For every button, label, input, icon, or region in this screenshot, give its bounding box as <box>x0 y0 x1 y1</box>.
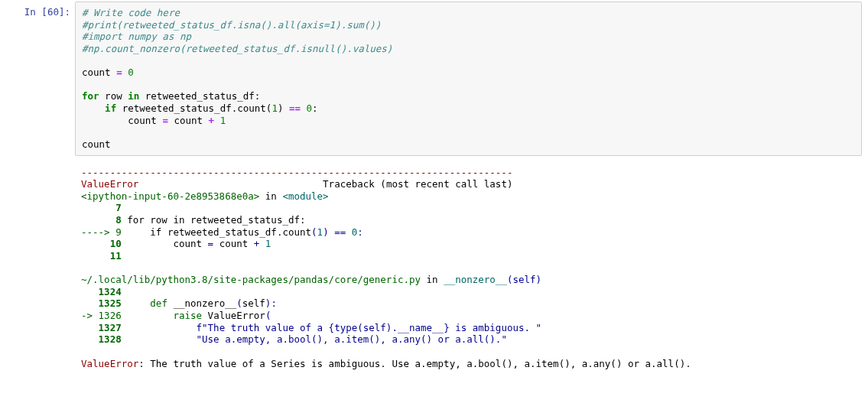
tb-code <box>127 297 150 309</box>
tb-lineno: 1324 <box>81 286 127 297</box>
tb-code: 1 <box>317 226 323 238</box>
tb-dash: ----------------------------------------… <box>81 167 512 178</box>
tb-module: <module> <box>282 190 328 202</box>
tb-code <box>127 310 173 321</box>
tb-lineno: 10 <box>81 238 127 249</box>
tb-code: "Use a.empty, a.bool(), a.item(), a.any(… <box>197 333 507 345</box>
tb-code <box>127 333 196 345</box>
output-cell: ----------------------------------------… <box>0 162 868 378</box>
code-op: = <box>162 115 168 126</box>
code-input[interactable]: # Write code here #print(retweeted_statu… <box>75 2 862 156</box>
code-keyword: for <box>82 90 99 102</box>
input-prompt: In [60]: <box>6 2 75 156</box>
code-comment: #print(retweeted_status_df.isna().all(ax… <box>82 19 381 31</box>
tb-code: raise <box>173 310 202 321</box>
tb-code: = <box>208 238 214 249</box>
code-keyword: if <box>105 102 116 114</box>
tb-location: <ipython-input-60-2e8953868e0a> <box>81 190 259 202</box>
tb-spacer <box>138 178 323 190</box>
tb-code: ( <box>236 297 242 309</box>
tb-code: 1 <box>265 238 271 249</box>
code-op: == <box>289 102 301 114</box>
code-text: : <box>312 102 318 114</box>
code-text: count <box>128 115 162 126</box>
code-comment: #np.count_nonzero(retweeted_status_df.is… <box>82 43 392 54</box>
code-text: count <box>82 67 116 78</box>
code-text: row <box>99 90 128 102</box>
tb-code: == <box>334 226 346 238</box>
tb-code <box>259 238 265 249</box>
code-text <box>301 102 307 114</box>
code-op: = <box>116 67 122 78</box>
code-number: 1 <box>271 102 278 114</box>
code-text: ) <box>278 102 289 114</box>
tb-code: count <box>127 238 207 249</box>
tb-location: ~/.local/lib/python3.8/site-packages/pan… <box>81 274 421 285</box>
input-cell: In [60]: # Write code here #print(retwee… <box>0 0 868 162</box>
output-prompt <box>6 164 75 372</box>
tb-lineno: 1325 <box>81 297 127 309</box>
code-keyword: in <box>128 90 139 102</box>
code-text: retweeted_status_df: <box>139 90 260 102</box>
tb-code: ) <box>323 226 329 238</box>
tb-in: in <box>421 274 444 285</box>
tb-code: ( <box>311 226 317 238</box>
code-comment: #import numpy as np <box>82 31 191 42</box>
tb-code: count <box>282 226 311 238</box>
code-text <box>214 115 220 126</box>
code-comment: # Write code here <box>82 7 180 18</box>
tb-args: (self) <box>507 274 541 285</box>
code-indent <box>82 115 128 126</box>
tb-code: count <box>213 238 254 249</box>
tb-code: : <box>271 297 277 309</box>
tb-arrow: ----> 9 <box>81 226 127 238</box>
code-op: + <box>209 115 215 126</box>
traceback-output: ----------------------------------------… <box>75 164 862 372</box>
code-text: count <box>82 138 111 150</box>
tb-arrow: -> 1326 <box>81 310 127 321</box>
tb-error-name: ValueError <box>81 178 138 190</box>
tb-final-error: ValueError <box>81 358 138 369</box>
tb-code: ValueError <box>202 310 265 321</box>
tb-code: f"The truth value of a {type(self).__nam… <box>127 322 541 333</box>
code-text: count <box>168 115 209 126</box>
code-indent <box>82 102 105 114</box>
tb-code: : <box>357 226 363 238</box>
tb-code: ( <box>265 310 271 321</box>
tb-code: self <box>242 297 265 309</box>
tb-in: in <box>259 190 282 202</box>
tb-lineno: 1327 <box>81 322 127 333</box>
tb-code: __nonzero__ <box>167 297 236 309</box>
tb-header-text: Traceback (most recent call last) <box>323 178 512 190</box>
tb-lineno: 7 <box>81 202 127 213</box>
tb-code: def <box>150 297 167 309</box>
tb-func: __nonzero__ <box>444 274 507 285</box>
tb-lineno: 11 <box>81 250 127 262</box>
tb-lineno: 1328 <box>81 333 127 345</box>
code-number: 1 <box>220 115 226 126</box>
tb-lineno: 8 <box>81 214 127 226</box>
tb-code: if retweeted_status_df <box>127 226 277 238</box>
tb-code <box>346 226 352 238</box>
code-text: retweeted_status_df.count( <box>116 102 271 114</box>
tb-code: for row in retweeted_status_df: <box>127 214 305 226</box>
tb-final-msg: : The truth value of a Series is ambiguo… <box>138 358 691 369</box>
code-number: 0 <box>128 67 134 78</box>
code-number: 0 <box>307 102 313 114</box>
